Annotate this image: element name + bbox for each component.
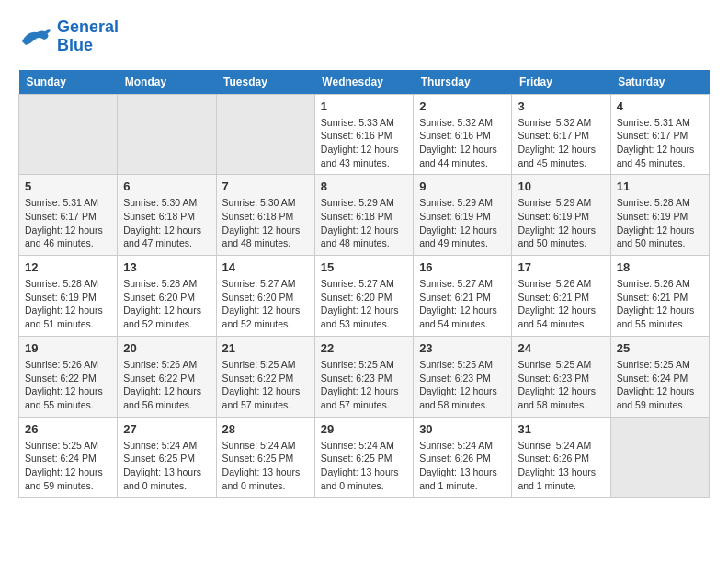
calendar-cell: 25Sunrise: 5:25 AMSunset: 6:24 PMDayligh… bbox=[610, 336, 709, 417]
day-info: Sunrise: 5:25 AMSunset: 6:23 PMDaylight:… bbox=[419, 358, 506, 412]
day-header-friday: Friday bbox=[512, 70, 610, 95]
day-info: Sunrise: 5:30 AMSunset: 6:18 PMDaylight:… bbox=[123, 196, 210, 250]
day-info: Sunrise: 5:32 AMSunset: 6:16 PMDaylight:… bbox=[419, 116, 506, 170]
calendar-cell: 21Sunrise: 5:25 AMSunset: 6:22 PMDayligh… bbox=[216, 336, 314, 417]
day-number: 1 bbox=[321, 99, 407, 113]
day-number: 18 bbox=[617, 260, 703, 274]
day-number: 2 bbox=[419, 99, 506, 113]
logo-icon bbox=[18, 23, 51, 51]
day-header-monday: Monday bbox=[118, 70, 216, 95]
day-number: 24 bbox=[518, 341, 604, 355]
calendar-cell: 24Sunrise: 5:25 AMSunset: 6:23 PMDayligh… bbox=[512, 336, 610, 417]
page-header: General Blue bbox=[18, 18, 710, 55]
calendar-cell: 30Sunrise: 5:24 AMSunset: 6:26 PMDayligh… bbox=[414, 417, 512, 498]
calendar-cell: 7Sunrise: 5:30 AMSunset: 6:18 PMDaylight… bbox=[216, 175, 314, 256]
calendar-cell bbox=[216, 94, 314, 175]
day-header-wednesday: Wednesday bbox=[314, 70, 413, 95]
day-header-sunday: Sunday bbox=[19, 70, 118, 95]
day-info: Sunrise: 5:24 AMSunset: 6:26 PMDaylight:… bbox=[518, 439, 604, 493]
day-number: 13 bbox=[123, 260, 210, 274]
day-info: Sunrise: 5:26 AMSunset: 6:22 PMDaylight:… bbox=[123, 358, 210, 412]
logo: General Blue bbox=[18, 18, 119, 55]
day-info: Sunrise: 5:24 AMSunset: 6:25 PMDaylight:… bbox=[321, 439, 407, 493]
day-number: 22 bbox=[321, 341, 407, 355]
day-info: Sunrise: 5:26 AMSunset: 6:21 PMDaylight:… bbox=[518, 277, 604, 331]
calendar-cell: 22Sunrise: 5:25 AMSunset: 6:23 PMDayligh… bbox=[314, 336, 413, 417]
calendar-cell bbox=[19, 94, 118, 175]
day-number: 10 bbox=[518, 179, 604, 193]
day-info: Sunrise: 5:28 AMSunset: 6:20 PMDaylight:… bbox=[123, 277, 210, 331]
calendar-week-2: 5Sunrise: 5:31 AMSunset: 6:17 PMDaylight… bbox=[19, 175, 710, 256]
logo-text: General Blue bbox=[57, 18, 119, 55]
day-info: Sunrise: 5:28 AMSunset: 6:19 PMDaylight:… bbox=[617, 196, 703, 250]
day-number: 5 bbox=[25, 179, 111, 193]
day-number: 17 bbox=[518, 260, 604, 274]
calendar-cell: 27Sunrise: 5:24 AMSunset: 6:25 PMDayligh… bbox=[118, 417, 216, 498]
day-info: Sunrise: 5:30 AMSunset: 6:18 PMDaylight:… bbox=[222, 196, 309, 250]
day-number: 15 bbox=[321, 260, 407, 274]
calendar-cell: 29Sunrise: 5:24 AMSunset: 6:25 PMDayligh… bbox=[314, 417, 413, 498]
day-header-saturday: Saturday bbox=[610, 70, 709, 95]
day-info: Sunrise: 5:25 AMSunset: 6:24 PMDaylight:… bbox=[617, 358, 703, 412]
day-info: Sunrise: 5:29 AMSunset: 6:19 PMDaylight:… bbox=[419, 196, 506, 250]
day-info: Sunrise: 5:25 AMSunset: 6:23 PMDaylight:… bbox=[518, 358, 604, 412]
day-info: Sunrise: 5:25 AMSunset: 6:24 PMDaylight:… bbox=[25, 439, 111, 493]
calendar-cell: 4Sunrise: 5:31 AMSunset: 6:17 PMDaylight… bbox=[610, 94, 709, 175]
calendar-week-3: 12Sunrise: 5:28 AMSunset: 6:19 PMDayligh… bbox=[19, 256, 710, 337]
calendar-cell: 18Sunrise: 5:26 AMSunset: 6:21 PMDayligh… bbox=[610, 256, 709, 337]
calendar-cell: 2Sunrise: 5:32 AMSunset: 6:16 PMDaylight… bbox=[414, 94, 512, 175]
day-info: Sunrise: 5:29 AMSunset: 6:18 PMDaylight:… bbox=[321, 196, 407, 250]
day-info: Sunrise: 5:27 AMSunset: 6:20 PMDaylight:… bbox=[321, 277, 407, 331]
calendar-table: SundayMondayTuesdayWednesdayThursdayFrid… bbox=[18, 70, 710, 499]
day-info: Sunrise: 5:26 AMSunset: 6:21 PMDaylight:… bbox=[617, 277, 703, 331]
day-number: 8 bbox=[321, 179, 407, 193]
day-info: Sunrise: 5:27 AMSunset: 6:21 PMDaylight:… bbox=[419, 277, 506, 331]
calendar-cell: 8Sunrise: 5:29 AMSunset: 6:18 PMDaylight… bbox=[314, 175, 413, 256]
day-number: 7 bbox=[222, 179, 309, 193]
calendar-cell: 16Sunrise: 5:27 AMSunset: 6:21 PMDayligh… bbox=[414, 256, 512, 337]
day-number: 12 bbox=[25, 260, 111, 274]
day-number: 30 bbox=[419, 422, 506, 436]
day-info: Sunrise: 5:29 AMSunset: 6:19 PMDaylight:… bbox=[518, 196, 604, 250]
day-header-thursday: Thursday bbox=[414, 70, 512, 95]
calendar-week-1: 1Sunrise: 5:33 AMSunset: 6:16 PMDaylight… bbox=[19, 94, 710, 175]
calendar-cell: 26Sunrise: 5:25 AMSunset: 6:24 PMDayligh… bbox=[19, 417, 118, 498]
day-number: 28 bbox=[222, 422, 309, 436]
calendar-cell bbox=[118, 94, 216, 175]
day-number: 26 bbox=[25, 422, 111, 436]
calendar-cell: 15Sunrise: 5:27 AMSunset: 6:20 PMDayligh… bbox=[314, 256, 413, 337]
calendar-cell: 3Sunrise: 5:32 AMSunset: 6:17 PMDaylight… bbox=[512, 94, 610, 175]
day-number: 25 bbox=[617, 341, 703, 355]
calendar-cell: 5Sunrise: 5:31 AMSunset: 6:17 PMDaylight… bbox=[19, 175, 118, 256]
day-info: Sunrise: 5:24 AMSunset: 6:26 PMDaylight:… bbox=[419, 439, 506, 493]
day-info: Sunrise: 5:32 AMSunset: 6:17 PMDaylight:… bbox=[518, 116, 604, 170]
calendar-cell: 23Sunrise: 5:25 AMSunset: 6:23 PMDayligh… bbox=[414, 336, 512, 417]
day-info: Sunrise: 5:28 AMSunset: 6:19 PMDaylight:… bbox=[25, 277, 111, 331]
day-number: 11 bbox=[617, 179, 703, 193]
calendar-cell: 1Sunrise: 5:33 AMSunset: 6:16 PMDaylight… bbox=[314, 94, 413, 175]
calendar-cell: 12Sunrise: 5:28 AMSunset: 6:19 PMDayligh… bbox=[19, 256, 118, 337]
day-number: 27 bbox=[123, 422, 210, 436]
day-header-tuesday: Tuesday bbox=[216, 70, 314, 95]
calendar-cell: 31Sunrise: 5:24 AMSunset: 6:26 PMDayligh… bbox=[512, 417, 610, 498]
day-info: Sunrise: 5:24 AMSunset: 6:25 PMDaylight:… bbox=[222, 439, 309, 493]
day-info: Sunrise: 5:25 AMSunset: 6:22 PMDaylight:… bbox=[222, 358, 309, 412]
calendar-cell: 6Sunrise: 5:30 AMSunset: 6:18 PMDaylight… bbox=[118, 175, 216, 256]
day-info: Sunrise: 5:31 AMSunset: 6:17 PMDaylight:… bbox=[617, 116, 703, 170]
day-info: Sunrise: 5:33 AMSunset: 6:16 PMDaylight:… bbox=[321, 116, 407, 170]
calendar-cell: 14Sunrise: 5:27 AMSunset: 6:20 PMDayligh… bbox=[216, 256, 314, 337]
day-number: 14 bbox=[222, 260, 309, 274]
day-number: 9 bbox=[419, 179, 506, 193]
day-info: Sunrise: 5:31 AMSunset: 6:17 PMDaylight:… bbox=[25, 196, 111, 250]
calendar-cell: 11Sunrise: 5:28 AMSunset: 6:19 PMDayligh… bbox=[610, 175, 709, 256]
day-number: 4 bbox=[617, 99, 703, 113]
day-number: 3 bbox=[518, 99, 604, 113]
calendar-cell: 28Sunrise: 5:24 AMSunset: 6:25 PMDayligh… bbox=[216, 417, 314, 498]
calendar-cell: 20Sunrise: 5:26 AMSunset: 6:22 PMDayligh… bbox=[118, 336, 216, 417]
calendar-cell: 9Sunrise: 5:29 AMSunset: 6:19 PMDaylight… bbox=[414, 175, 512, 256]
day-number: 29 bbox=[321, 422, 407, 436]
day-info: Sunrise: 5:27 AMSunset: 6:20 PMDaylight:… bbox=[222, 277, 309, 331]
day-number: 20 bbox=[123, 341, 210, 355]
calendar-cell: 10Sunrise: 5:29 AMSunset: 6:19 PMDayligh… bbox=[512, 175, 610, 256]
calendar-week-4: 19Sunrise: 5:26 AMSunset: 6:22 PMDayligh… bbox=[19, 336, 710, 417]
